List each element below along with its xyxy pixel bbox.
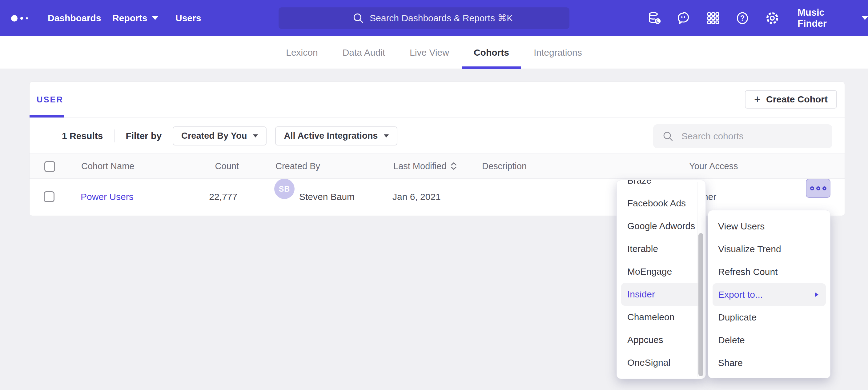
submenu-arrow-icon [815, 292, 818, 297]
avatar: SB [274, 179, 294, 199]
menu-item-onesignal[interactable]: OneSignal [617, 351, 706, 374]
cohort-name-link[interactable]: Power Users [81, 179, 133, 215]
mixpanel-logo-icon[interactable] [11, 0, 28, 36]
active-tab-underline [30, 115, 64, 118]
menu-item-delete[interactable]: Delete [708, 329, 830, 352]
created-by-filter-dropdown[interactable]: Created By You [173, 126, 267, 145]
header-last-modified[interactable]: Last Modified [393, 154, 457, 178]
chevron-down-icon [152, 16, 158, 20]
menu-item-iterable[interactable]: Iterable [617, 237, 706, 260]
menu-item-moengage[interactable]: MoEngage [617, 260, 706, 283]
select-all-checkbox[interactable] [44, 161, 55, 172]
chevron-down-icon [384, 134, 389, 137]
header-your-access: Your Access [689, 154, 738, 178]
header-cohort-name: Cohort Name [81, 154, 134, 178]
row-checkbox[interactable] [44, 191, 55, 202]
table-row: Power Users 22,777 SB Steven Baum Jan 6,… [30, 179, 845, 215]
global-search[interactable] [279, 7, 569, 29]
export-to-submenu: Braze Facebook Ads Google Adwords Iterab… [617, 180, 706, 379]
cohort-count: 22,777 [183, 179, 237, 215]
integration-list: Braze Facebook Ads Google Adwords Iterab… [617, 180, 706, 374]
scrollbar-thumb[interactable] [699, 233, 703, 376]
integrations-filter-dropdown[interactable]: All Active Integrations [275, 126, 397, 145]
table-header: Cohort Name Count Created By Last Modifi… [30, 154, 845, 179]
tab-data-audit[interactable]: Data Audit [331, 36, 397, 69]
menu-item-view-users[interactable]: View Users [708, 215, 830, 238]
tab-cohorts[interactable]: Cohorts [462, 36, 521, 69]
header-count: Count [196, 154, 239, 178]
chevron-down-icon [862, 16, 868, 20]
tab-lexicon[interactable]: Lexicon [274, 36, 329, 69]
divider [697, 182, 698, 377]
cohort-search[interactable] [653, 124, 832, 148]
sort-icon [450, 162, 457, 170]
menu-item-google-adwords[interactable]: Google Adwords [617, 215, 706, 237]
menu-item-braze[interactable]: Braze [617, 180, 706, 192]
menu-item-insider[interactable]: Insider [621, 283, 701, 306]
menu-item-appcues[interactable]: Appcues [617, 328, 706, 351]
top-nav: Dashboards Reports Users [0, 0, 868, 36]
search-icon [352, 12, 365, 25]
menu-item-visualize-trend[interactable]: Visualize Trend [708, 238, 830, 261]
plus-icon: + [754, 94, 761, 105]
menu-item-export-to[interactable]: Export to... [713, 283, 826, 306]
filter-toolbar: 1 Results Filter by Created By You All A… [30, 118, 845, 154]
svg-text:?: ? [740, 14, 745, 22]
feedback-icon[interactable] [676, 11, 691, 26]
apps-grid-icon[interactable] [706, 11, 720, 26]
tab-integrations[interactable]: Integrations [522, 36, 594, 69]
global-search-input[interactable] [370, 7, 560, 29]
results-count: 1 Results [62, 131, 103, 141]
nav-link-users[interactable]: Users [176, 0, 201, 36]
cohort-type-row: USER + Create Cohort [30, 82, 845, 118]
workspace-name: Music Finder [798, 7, 854, 29]
create-cohort-button[interactable]: + Create Cohort [745, 90, 837, 108]
row-context-menu: View Users Visualize Trend Refresh Count… [708, 210, 831, 378]
menu-item-share[interactable]: Share [708, 352, 830, 374]
tab-user-cohorts[interactable]: USER [37, 82, 63, 118]
filter-by-label: Filter by [126, 131, 162, 141]
more-dots-icon [810, 186, 814, 190]
data-management-icon[interactable] [647, 11, 662, 26]
created-by-name: Steven Baum [299, 179, 354, 215]
workspace-switcher[interactable]: Music Finder [798, 0, 868, 36]
last-modified-date: Jan 6, 2021 [393, 179, 441, 215]
divider [114, 129, 115, 142]
cohorts-card: USER + Create Cohort 1 Results Filter by… [29, 82, 845, 216]
tab-live-view[interactable]: Live View [398, 36, 461, 69]
chevron-down-icon [253, 134, 258, 137]
section-tabs: Lexicon Data Audit Live View Cohorts Int… [0, 36, 868, 69]
nav-link-label: Dashboards [48, 13, 101, 23]
nav-link-reports[interactable]: Reports [112, 0, 158, 36]
row-actions-button[interactable] [806, 179, 831, 198]
menu-item-chameleon[interactable]: Chameleon [617, 306, 706, 328]
nav-link-label: Reports [112, 13, 147, 23]
menu-item-refresh-count[interactable]: Refresh Count [708, 261, 830, 283]
settings-icon[interactable] [765, 11, 780, 26]
cohort-search-input[interactable] [681, 124, 832, 148]
header-created-by: Created By [276, 154, 320, 178]
active-tab-underline [462, 66, 521, 69]
search-icon [662, 130, 674, 142]
help-icon[interactable]: ? [735, 11, 750, 26]
menu-item-duplicate[interactable]: Duplicate [708, 306, 830, 329]
nav-link-label: Users [176, 13, 201, 23]
header-description: Description [482, 154, 527, 178]
nav-link-dashboards[interactable]: Dashboards [48, 0, 101, 36]
cohorts-page: Dashboards Reports Users [0, 0, 868, 390]
menu-item-facebook-ads[interactable]: Facebook Ads [617, 192, 706, 215]
